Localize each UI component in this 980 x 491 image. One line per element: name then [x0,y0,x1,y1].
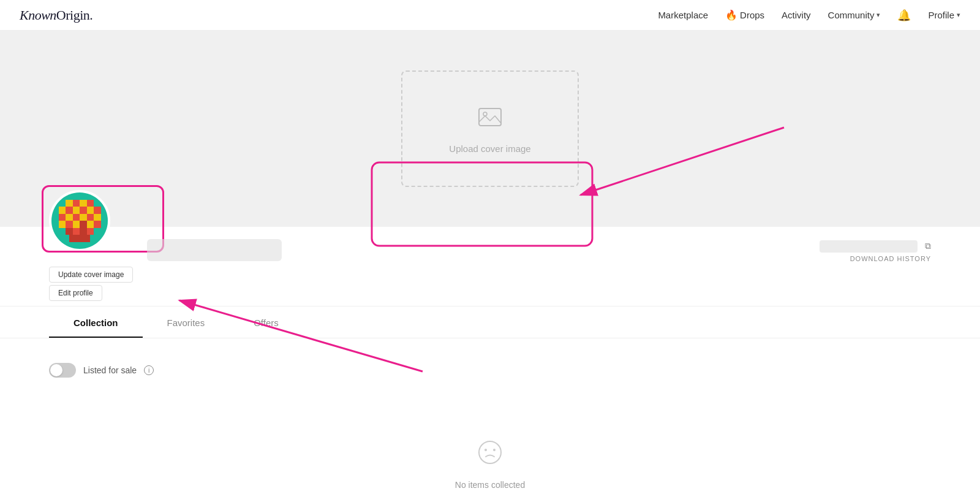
svg-rect-17 [87,214,94,221]
svg-rect-18 [94,214,101,221]
upload-cover-text: Upload cover image [449,143,530,154]
upload-cover-dropzone[interactable]: Upload cover image [401,70,579,187]
svg-rect-28 [87,228,94,235]
image-upload-icon [477,104,503,136]
svg-rect-24 [94,221,101,228]
svg-rect-5 [80,200,87,207]
svg-rect-20 [66,221,73,228]
svg-rect-29 [69,235,91,242]
svg-point-30 [479,441,501,463]
download-history-link[interactable]: DOWNLOAD HISTORY [850,255,931,262]
svg-point-31 [484,449,487,451]
cover-area: Upload cover image [0,31,980,227]
nav-activity[interactable]: Activity [782,10,811,20]
chevron-down-icon: ▾ [876,11,880,19]
info-icon[interactable]: i [144,365,154,375]
svg-rect-8 [66,207,73,214]
svg-rect-10 [80,207,87,214]
nav-drops[interactable]: 🔥 Drops [725,9,764,21]
nav-links: Marketplace 🔥 Drops Activity Community ▾… [658,9,960,22]
svg-rect-7 [59,207,66,214]
profile-name-placeholder [147,239,282,261]
empty-face-icon [477,439,503,471]
svg-rect-9 [73,207,80,214]
svg-rect-11 [87,207,94,214]
bell-icon[interactable]: 🔔 [897,9,911,22]
chevron-down-icon-profile: ▾ [957,11,960,19]
svg-rect-16 [80,214,87,221]
tab-collection[interactable]: Collection [49,306,143,338]
update-cover-button[interactable]: Update cover image [49,267,133,283]
flame-icon: 🔥 [725,9,737,21]
toggle-row: Listed for sale i [49,363,931,378]
nav-profile[interactable]: Profile ▾ [928,10,960,20]
content-area: Listed for sale i No items collected [0,338,980,491]
svg-rect-27 [80,228,87,235]
toggle-label: Listed for sale [83,365,137,375]
svg-rect-12 [94,207,101,214]
copy-icon[interactable]: ⧉ [925,242,931,251]
svg-rect-26 [73,228,80,235]
svg-rect-21 [73,221,80,228]
avatar-wrapper [49,190,110,251]
edit-profile-button[interactable]: Edit profile [49,285,102,301]
empty-state: No items collected [49,414,931,491]
svg-point-1 [483,112,487,116]
empty-collection-text: No items collected [455,480,525,490]
nav-community[interactable]: Community ▾ [828,10,881,20]
svg-rect-0 [479,108,501,126]
toggle-knob [50,364,62,376]
logo[interactable]: KnownOrigin. [20,7,92,23]
svg-rect-14 [66,214,73,221]
tabs-row: Collection Favorites Offers [0,306,980,338]
svg-point-32 [493,449,496,451]
svg-rect-4 [73,200,80,207]
listed-for-sale-toggle[interactable] [49,363,76,378]
svg-rect-3 [66,200,73,207]
avatar [49,190,110,251]
wallet-area: ⧉ DOWNLOAD HISTORY [820,240,931,262]
navigation: KnownOrigin. Marketplace 🔥 Drops Activit… [0,0,980,31]
wallet-address [820,240,918,253]
tab-favorites[interactable]: Favorites [143,306,230,338]
svg-rect-6 [87,200,94,207]
svg-rect-25 [66,228,73,235]
nav-marketplace[interactable]: Marketplace [658,10,708,20]
svg-rect-22 [80,221,87,228]
svg-rect-13 [59,214,66,221]
svg-rect-19 [59,221,66,228]
svg-rect-15 [73,214,80,221]
tab-offers[interactable]: Offers [229,306,303,338]
profile-section: Update cover image Edit profile ⧉ DOWNLO… [0,227,980,306]
svg-rect-23 [87,221,94,228]
